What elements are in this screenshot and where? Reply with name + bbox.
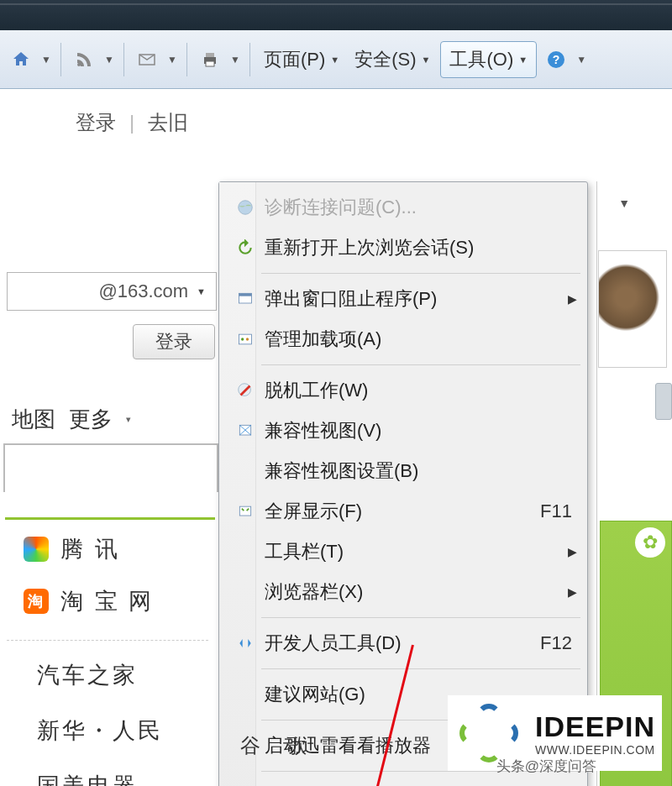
- home-button[interactable]: [7, 45, 35, 74]
- login-link[interactable]: 登录: [76, 109, 116, 136]
- safety-menu-button[interactable]: 安全(S)▼: [349, 44, 435, 76]
- watermark-brand: IDEEPIN: [535, 710, 655, 743]
- globe-icon: [229, 198, 261, 217]
- login-button[interactable]: 登录: [133, 324, 215, 359]
- menu-toolbars[interactable]: 工具栏(T) ▶: [221, 532, 585, 572]
- devtools-icon: [229, 635, 261, 652]
- svg-rect-14: [239, 506, 250, 516]
- command-bar: ▼ ▼ ▼ ▼ 页面(P)▼ 安全(S)▼ 工具(O)▼ ? ▼: [0, 30, 672, 89]
- chevron-down-icon: ▼: [197, 286, 206, 296]
- page-content: 登录 | 去旧 @163.com ▼ 登录 地图 更多 ▾ 腾 讯 淘 淘 宝 …: [0, 89, 672, 786]
- svg-point-11: [246, 338, 249, 340]
- link-autohome[interactable]: 汽车之家: [37, 660, 163, 690]
- menu-compatibility-view[interactable]: 兼容性视图(V): [221, 411, 585, 451]
- gear-icon[interactable]: ✿: [635, 527, 665, 558]
- link-xinhua[interactable]: 新华・人民: [37, 715, 163, 746]
- tencent-icon: [24, 537, 49, 562]
- nav-more[interactable]: 更多: [69, 405, 113, 434]
- addons-icon: [229, 331, 261, 348]
- email-domain-label: @163.com: [98, 280, 188, 302]
- nav-map[interactable]: 地图: [12, 405, 55, 434]
- window-icon: [229, 291, 261, 307]
- scrollbar-thumb[interactable]: [655, 383, 672, 420]
- svg-rect-9: [239, 334, 252, 344]
- link-google[interactable]: 谷 歌: [240, 732, 317, 759]
- product-thumbnail[interactable]: [598, 250, 667, 368]
- taobao-icon: 淘: [24, 589, 49, 614]
- svg-rect-3: [206, 61, 214, 66]
- help-button[interactable]: ?: [542, 45, 570, 74]
- divider: [5, 517, 215, 520]
- svg-rect-8: [239, 293, 252, 296]
- menu-reopen-last-session[interactable]: 重新打开上次浏览会话(S): [221, 228, 585, 268]
- feeds-button[interactable]: [70, 45, 98, 74]
- svg-point-10: [241, 338, 244, 340]
- divider-dotted: [7, 640, 208, 641]
- menu-compatibility-settings[interactable]: 兼容性视图设置(B): [221, 451, 585, 491]
- menu-internet-options[interactable]: Internet: [221, 777, 585, 786]
- menu-fullscreen[interactable]: 全屏显示(F) F11: [221, 491, 585, 532]
- mail-dropdown[interactable]: ▼: [166, 54, 178, 66]
- link-gome[interactable]: 国美电器: [37, 771, 163, 786]
- feeds-dropdown[interactable]: ▼: [103, 54, 115, 66]
- fullscreen-icon: [229, 503, 261, 520]
- print-dropdown[interactable]: ▼: [229, 54, 241, 66]
- watermark-attribution: 头条@深度问答: [496, 757, 596, 776]
- svg-text:?: ?: [553, 53, 560, 66]
- submenu-arrow-icon: ▶: [559, 545, 577, 558]
- menu-manage-addons[interactable]: 管理加载项(A): [221, 319, 585, 359]
- window-titlebar: [0, 0, 672, 30]
- separator: |: [129, 111, 134, 134]
- print-button[interactable]: [196, 45, 224, 74]
- reopen-icon: [229, 239, 261, 256]
- help-dropdown[interactable]: ▼: [575, 54, 587, 66]
- page-menu-button[interactable]: 页面(P)▼: [259, 44, 344, 76]
- tools-menu-button[interactable]: 工具(O)▼: [440, 41, 537, 78]
- home-dropdown[interactable]: ▼: [40, 54, 52, 66]
- site-link-list: 腾 讯 淘 淘 宝 网: [24, 534, 154, 616]
- menu-explorer-bars[interactable]: 浏览器栏(X) ▶: [221, 572, 585, 612]
- nav-tabs: 地图 更多 ▾: [12, 405, 131, 434]
- shortcut-label: F11: [527, 500, 577, 522]
- menu-popup-blocker[interactable]: 弹出窗口阻止程序(P) ▶: [221, 279, 585, 319]
- link-taobao[interactable]: 淘 淘 宝 网: [24, 586, 154, 616]
- svg-point-6: [239, 201, 253, 215]
- old-version-link[interactable]: 去旧: [148, 109, 188, 136]
- menu-developer-tools[interactable]: 开发人员工具(D) F12: [221, 623, 585, 663]
- watermark-url: WWW.IDEEPIN.COM: [535, 743, 655, 757]
- submenu-arrow-icon: ▶: [559, 585, 577, 599]
- site-link-list-2: 汽车之家 新华・人民 国美电器 当 当 网: [37, 660, 163, 786]
- shortcut-label: F12: [527, 632, 577, 654]
- chevron-down-icon: ▾: [126, 414, 131, 425]
- search-input[interactable]: [3, 443, 218, 492]
- menu-diagnose-connection: 诊断连接问题(C)...: [221, 187, 585, 228]
- mail-button[interactable]: [133, 45, 161, 74]
- link-tencent[interactable]: 腾 讯: [24, 534, 154, 564]
- email-domain-select[interactable]: @163.com ▼: [7, 272, 217, 311]
- top-links: 登录 | 去旧: [76, 109, 188, 136]
- submenu-arrow-icon: ▶: [559, 292, 577, 306]
- offline-icon: [229, 381, 261, 400]
- chevron-down-icon[interactable]: ▼: [618, 196, 630, 210]
- menu-work-offline[interactable]: 脱机工作(W): [221, 370, 585, 411]
- compat-icon: [229, 422, 261, 439]
- svg-rect-2: [206, 53, 214, 57]
